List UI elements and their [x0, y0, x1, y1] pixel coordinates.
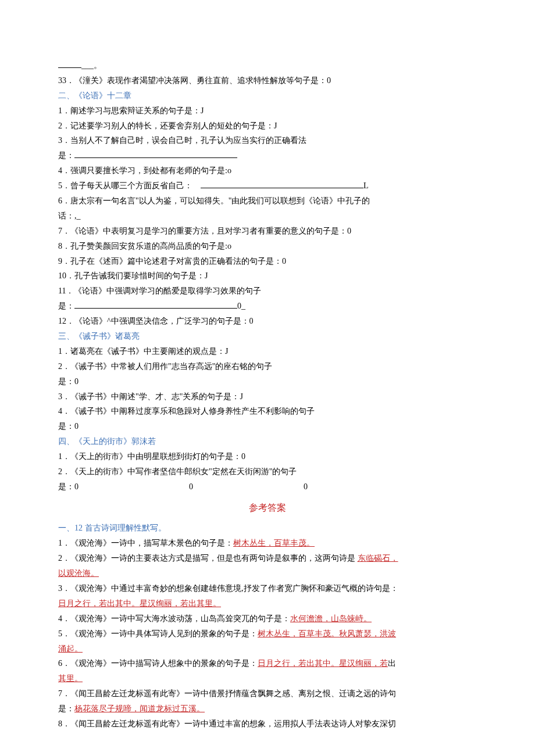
a4: 4．《观沧海》一诗中写大海水波动荡，山岛高耸突兀的句子是：水何澹澹，山岛竦峙。	[58, 611, 477, 626]
section-4-heading: 四、《天上的街市》郭沫若	[58, 434, 477, 449]
a6: 6．《观沧海》一诗中描写诗人想象中的景象的句子是：日月之行，若出其中。星汉绚丽，…	[58, 656, 477, 671]
s2-q2: 2．记述要学习别人的特长，还要舍弃别人的短处的句子是：J	[58, 119, 477, 134]
s2-q3b: 是：	[58, 148, 477, 163]
a3b: 日月之行，若出其中。星汉绚丽，若出其里。	[58, 596, 477, 611]
a2-ans2: 以观沧海。	[58, 569, 99, 578]
s2-q6a: 6．唐太宗有一句名言"以人为鉴，可以知得失。"由此我们可以联想到《论语》中孔子的	[58, 194, 477, 209]
s2-q6b: 话：,_	[58, 209, 477, 224]
s2-q3b-pre: 是：	[58, 151, 74, 160]
a5: 5．《观沧海》一诗中具体写诗人见到的景象的句子是：树木丛生，百草丰茂。秋风萧瑟，…	[58, 626, 477, 642]
a2b: 以观沧海。	[58, 566, 477, 581]
s4-q2b-1: 是：0	[58, 479, 79, 495]
s3-q2a: 2．《诫子书》中常被人们用作"志当存高远"的座右铭的句子	[58, 359, 477, 374]
s4-q2b-2: 0	[189, 479, 193, 495]
a2-pre: 2．《观沧海》一诗的主要表达方式是描写，但是也有两句诗是叙事的，这两句诗是	[58, 554, 358, 562]
a6b: 其里。	[58, 671, 477, 686]
a8: 8．《闻王昌龄左迁龙标遥有此寄》一诗中通过丰富的想象，运用拟人手法表达诗人对挚友…	[58, 716, 477, 732]
answers-title: 参考答案	[58, 499, 477, 517]
s2-q3a: 3．当别人不了解自己时，误会自己时，孔子认为应当实行的正确看法	[58, 133, 477, 148]
a6-pre: 6．《观沧海》一诗中描写诗人想象中的景象的句子是：	[58, 659, 258, 668]
a2: 2．《观沧海》一诗的主要表达方式是描写，但是也有两句诗是叙事的，这两句诗是 东临…	[58, 551, 477, 566]
blank-line	[201, 180, 363, 188]
blank-line	[74, 149, 237, 158]
a5b: 涌起。	[58, 642, 477, 657]
s2-q11b-suf: 0_	[237, 302, 245, 310]
s2-q1: 1．阐述学习与思索辩证关系的句子是：J	[58, 103, 477, 119]
s3-q3: 3．《诫子书》中阐述"学、才、志"关系的句子是：J	[58, 389, 477, 404]
s2-q7: 7．《论语》中表明复习是学习的重要方法，且对学习者有重要的意义的句子是：0	[58, 224, 477, 239]
s2-q5: 5．曾子每天从哪三个方面反省自己： L	[58, 178, 477, 194]
a6-suf: 出	[388, 659, 396, 668]
s2-q11a: 11．《论语》中强调对学习的酷爱是取得学习效果的句子	[58, 284, 477, 299]
s2-q11b-pre: 是：	[58, 302, 74, 310]
answers-heading-text: 一、12 首古诗词理解性默写。	[58, 524, 166, 532]
a5-pre: 5．《观沧海》一诗中具体写诗人见到的景象的句子是：	[58, 629, 258, 638]
a3-ans: 日月之行，若出其中。星汉绚丽，若出其里。	[58, 599, 221, 608]
a7-pre2: 是：	[58, 704, 74, 713]
a7-ans: 杨花落尽子规啼，闻道龙标过五溪。	[74, 704, 205, 713]
s4-q2b-3: 0	[304, 479, 308, 495]
section-3-heading: 三、《诫子书》诸葛亮	[58, 329, 477, 344]
a2-ans: 东临碣石，	[358, 554, 398, 562]
a3: 3．《观沧海》中通过丰富奇妙的想象创建雄伟意境,抒发了作者宽广胸怀和豪迈气概的诗…	[58, 581, 477, 596]
s2-q12: 12．《论语》^中强调坚决信念，广泛学习的句子是：0	[58, 314, 477, 329]
a1-ans: 树木丛生，百草丰茂。	[233, 539, 315, 547]
s2-q11b: 是：0_	[58, 299, 477, 314]
top-ellipsis-text: ___。	[81, 61, 102, 70]
s4-q2b: 是：0 0 0	[58, 479, 477, 495]
a1-pre: 1．《观沧海》一诗中，描写草木景色的句子是：	[58, 539, 233, 547]
s2-q4: 4．强调只要擅长学习，到处都有老师的句子是:o	[58, 163, 477, 178]
s4-q1: 1．《天上的街市》中由明星联想到街灯的句子是：0	[58, 449, 477, 464]
a7: 7．《闻王昌龄左迁龙标遥有此寄》一诗中借景抒情蕴含飘舞之感、离别之恨、迁谪之远的…	[58, 686, 477, 701]
section-2-heading: 二、《论语》十二章	[58, 88, 477, 103]
q33: 33．《潼关》表现作者渴望冲决落网、勇往直前、追求特性解放等句子是：0	[58, 73, 477, 88]
s2-q5-pre: 5．曾子每天从哪三个方面反省自己：	[58, 181, 192, 190]
a5-ans: 树木丛生，百草丰茂。秋风萧瑟，洪波	[258, 629, 396, 638]
s3-q4b: 是：0	[58, 419, 477, 434]
s2-q10: 10．孔子告诫我们要珍惜时间的句子是：J	[58, 268, 477, 284]
a4-ans: 水何澹澹，山岛竦峙。	[290, 614, 372, 623]
s2-q8: 8．孔子赞美颜回安贫乐道的高尚品质的句子是:o	[58, 239, 477, 254]
a6-ans: 日月之行，若出其中。星汉绚丽，若	[258, 659, 388, 668]
a7b: 是：杨花落尽子规啼，闻道龙标过五溪。	[58, 701, 477, 716]
s2-q5-tail: L	[363, 181, 369, 190]
a4-pre: 4．《观沧海》一诗中写大海水波动荡，山岛高耸突兀的句子是：	[58, 614, 290, 623]
a5-ans2: 涌起。	[58, 644, 83, 653]
s2-q9: 9．孔子在《述而》篇中论述君子对富贵的正确看法的句子是：0	[58, 254, 477, 269]
blank-line	[74, 300, 237, 309]
s3-q1: 1．诸葛亮在《诫子书》中主要阐述的观点是：J	[58, 344, 477, 359]
a6-ans2: 其里。	[58, 674, 83, 683]
answers-heading: 一、12 首古诗词理解性默写。	[58, 521, 477, 536]
s4-q2a: 2．《天上的街市》中写作者坚信牛郎织女"定然在天街闲游"的句子	[58, 464, 477, 479]
s3-q4a: 4．《诫子书》中阐释过度享乐和急躁对人修身养性产生不利影响的句子	[58, 404, 477, 419]
a1: 1．《观沧海》一诗中，描写草木景色的句子是：树木丛生，百草丰茂。	[58, 536, 477, 551]
s3-q2b: 是：0	[58, 374, 477, 389]
top-ellipsis: ___。	[58, 58, 477, 73]
